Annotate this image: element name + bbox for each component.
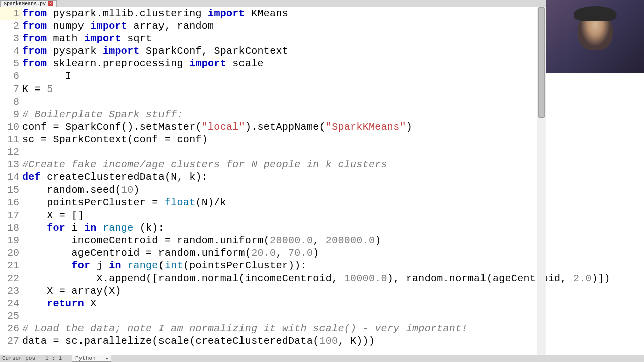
code-content[interactable]: conf = SparkConf().setMaster("local").se… (22, 121, 644, 133)
code-line[interactable]: 23 X = array(X) (0, 285, 644, 297)
code-line[interactable]: 7K = 5 (0, 83, 644, 96)
scroll-thumb[interactable] (538, 7, 545, 118)
code-content[interactable] (22, 96, 644, 108)
close-icon[interactable]: × (48, 1, 53, 6)
code-line[interactable]: 9# Boilerplate Spark stuff: (0, 108, 644, 121)
code-line[interactable]: 15 random.seed(10) (0, 184, 644, 196)
code-content[interactable]: X = array(X) (22, 285, 644, 297)
vertical-scrollbar[interactable] (537, 7, 546, 355)
code-content[interactable]: data = sc.parallelize(scale(createCluste… (22, 335, 644, 347)
cursor-label: Cursor pos (2, 355, 35, 361)
line-number: 10 (0, 121, 22, 133)
file-tab[interactable]: SparkKMeans.py × (0, 0, 57, 8)
line-number: 4 (0, 45, 22, 57)
line-number: 22 (0, 272, 22, 285)
code-content[interactable]: # Load the data; note I am normalizing i… (22, 322, 644, 335)
line-number: 8 (0, 96, 22, 108)
code-content[interactable]: K = 5 (22, 83, 644, 96)
code-content[interactable]: sc = SparkContext(conf = conf) (22, 133, 644, 146)
code-content[interactable]: #Create fake income/age clusters for N p… (22, 158, 644, 171)
line-number: 5 (0, 57, 22, 70)
line-number: 27 (0, 335, 22, 347)
code-content[interactable]: def createClusteredData(N, k): (22, 171, 644, 184)
code-line[interactable]: 20 ageCentroid = random.uniform(20.0, 70… (0, 247, 644, 259)
code-line[interactable]: 16 pointsPerCluster = float(N)/k (0, 196, 644, 209)
code-line[interactable]: 21 for j in range(int(pointsPerCluster))… (0, 259, 644, 272)
line-number: 25 (0, 310, 22, 322)
line-number: 17 (0, 209, 22, 222)
cursor-position: 1 : 1 (45, 355, 62, 361)
code-line[interactable]: 24 return X (0, 297, 644, 310)
code-content[interactable]: ageCentroid = random.uniform(20.0, 70.0) (22, 247, 644, 259)
code-line[interactable]: 13#Create fake income/age clusters for N… (0, 158, 644, 171)
code-line[interactable]: 10conf = SparkConf().setMaster("local").… (0, 121, 644, 133)
code-content[interactable]: incomeCentroid = random.uniform(20000.0,… (22, 234, 644, 247)
code-line[interactable]: 11sc = SparkContext(conf = conf) (0, 133, 644, 146)
code-line[interactable]: 26# Load the data; note I am normalizing… (0, 322, 644, 335)
code-content[interactable]: for i in range (k): (22, 222, 644, 234)
line-number: 7 (0, 83, 22, 96)
line-number: 12 (0, 146, 22, 158)
code-content[interactable]: pointsPerCluster = float(N)/k (22, 196, 644, 209)
line-number: 9 (0, 108, 22, 121)
line-number: 24 (0, 297, 22, 310)
line-number: 19 (0, 234, 22, 247)
line-number: 18 (0, 222, 22, 234)
status-bar: Cursor pos 1 : 1 Python (0, 355, 644, 362)
code-content[interactable]: X = [] (22, 209, 644, 222)
line-number: 26 (0, 322, 22, 335)
code-line[interactable]: 14def createClusteredData(N, k): (0, 171, 644, 184)
language-selector[interactable]: Python (72, 355, 111, 362)
line-number: 20 (0, 247, 22, 259)
code-content[interactable] (22, 146, 644, 158)
line-number: 14 (0, 171, 22, 184)
line-number: 23 (0, 285, 22, 297)
line-number: 15 (0, 184, 22, 196)
code-line[interactable]: 25 (0, 310, 644, 322)
code-content[interactable]: random.seed(10) (22, 184, 644, 196)
line-number: 13 (0, 158, 22, 171)
line-number: 16 (0, 196, 22, 209)
code-line[interactable]: 27data = sc.parallelize(scale(createClus… (0, 335, 644, 347)
tab-filename: SparkKMeans.py (4, 1, 46, 7)
code-content[interactable]: return X (22, 297, 644, 310)
code-line[interactable]: 8 (0, 96, 644, 108)
code-content[interactable]: for j in range(int(pointsPerCluster)): (22, 259, 644, 272)
code-line[interactable]: 18 for i in range (k): (0, 222, 644, 234)
code-line[interactable]: 17 X = [] (0, 209, 644, 222)
code-line[interactable]: 19 incomeCentroid = random.uniform(20000… (0, 234, 644, 247)
line-number: 11 (0, 133, 22, 146)
code-content[interactable] (22, 310, 644, 322)
code-content[interactable]: # Boilerplate Spark stuff: (22, 108, 644, 121)
line-number: 3 (0, 32, 22, 45)
code-line[interactable]: 22 X.append([random.normal(incomeCentroi… (0, 272, 644, 285)
line-number: 2 (0, 20, 22, 32)
webcam-overlay (546, 0, 644, 73)
line-number: 21 (0, 259, 22, 272)
line-number: 6 (0, 70, 22, 82)
code-content[interactable]: X.append([random.normal(incomeCentroid, … (22, 272, 644, 285)
line-number: 1 (0, 7, 22, 20)
code-line[interactable]: 12 (0, 146, 644, 158)
